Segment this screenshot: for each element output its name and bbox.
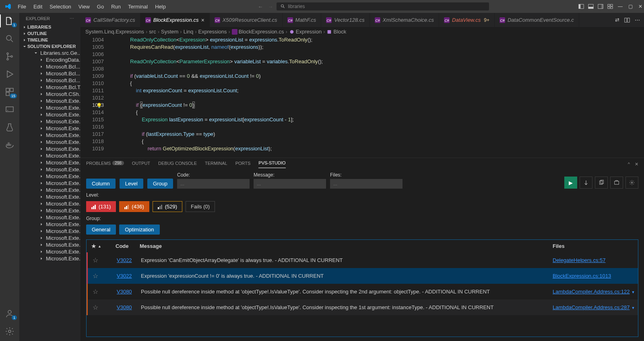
- activity-remote[interactable]: [5, 105, 14, 114]
- star-icon[interactable]: ☆: [93, 288, 98, 295]
- tree-item[interactable]: Microsoft.Bcl.T...: [19, 84, 80, 91]
- tab-CallSiteFactory.cs[interactable]: C#CallSiteFactory.cs: [80, 13, 140, 27]
- tree-item[interactable]: Microsoft.Exte...: [19, 132, 80, 139]
- tab-DataCommonEventSource.c[interactable]: C#DataCommonEventSource.c: [495, 13, 579, 27]
- close-icon[interactable]: ✕: [638, 4, 642, 9]
- tree-item[interactable]: Microsoft.Exte...: [19, 180, 80, 187]
- tab-Vector128.cs[interactable]: C#Vector128.cs: [321, 13, 369, 27]
- tab-overflow-icon[interactable]: ⇄: [615, 17, 619, 23]
- tree-item[interactable]: EncodingData....: [19, 56, 80, 63]
- activity-run[interactable]: [5, 69, 14, 79]
- section-outline[interactable]: OUTLINE: [19, 30, 80, 37]
- command-center-search[interactable]: libraries: [276, 2, 489, 11]
- filter-code-input[interactable]: [177, 179, 250, 189]
- tree-item[interactable]: Microsoft.CSh...: [19, 91, 80, 98]
- panel-tab-terminal[interactable]: TERMINAL: [205, 161, 227, 168]
- nav-arrows[interactable]: ← →: [258, 4, 273, 10]
- star-icon[interactable]: ☆: [93, 257, 98, 264]
- tab-more-icon[interactable]: ⋯: [635, 17, 640, 23]
- breadcrumb[interactable]: System.Linq.Expressions›src›System›Linq›…: [80, 27, 644, 36]
- activity-docker[interactable]: [5, 140, 14, 150]
- activity-settings[interactable]: [5, 326, 14, 336]
- result-row[interactable]: ☆V3080Possible null dereference inside m…: [87, 284, 638, 299]
- tree-item[interactable]: Microsoft.Exte...: [19, 248, 80, 255]
- file-dropdown-icon[interactable]: ▼: [632, 306, 635, 310]
- breadcrumb-item[interactable]: System: [161, 29, 178, 35]
- tree-item[interactable]: Microsoft.Exte...: [19, 207, 80, 214]
- panel-right-icon[interactable]: [598, 4, 603, 9]
- menu-help[interactable]: Help: [152, 2, 169, 11]
- activity-testing[interactable]: [5, 123, 14, 132]
- code-link[interactable]: V3022: [117, 257, 132, 263]
- tree-item[interactable]: Microsoft.Bcl....: [19, 63, 80, 70]
- tree-item[interactable]: Microsoft.Exte...: [19, 187, 80, 193]
- section-timeline[interactable]: TIMELINE: [19, 37, 80, 43]
- tab-XmlSchemaChoice.cs[interactable]: C#XmlSchemaChoice.cs: [370, 13, 439, 27]
- result-row[interactable]: ☆V3022Expression 'expressionCount != 0' …: [87, 268, 638, 284]
- star-header-icon[interactable]: ★: [91, 243, 96, 249]
- tree-root[interactable]: Libraries.src.Ge...: [19, 50, 80, 56]
- code-link[interactable]: V3080: [117, 289, 132, 295]
- tab-X509ResourceClient.cs[interactable]: C#X509ResourceClient.cs: [210, 13, 283, 27]
- tab-BlockExpression.cs[interactable]: C#BlockExpression.cs×: [140, 13, 210, 27]
- filter-message-input[interactable]: [254, 179, 326, 189]
- tree-item[interactable]: Microsoft.Exte...: [19, 139, 80, 146]
- panel-bottom-icon[interactable]: [588, 4, 594, 9]
- file-link[interactable]: BlockExpression.cs:1013: [553, 273, 611, 279]
- file-link[interactable]: LambdaCompiler.Address.cs:287: [553, 304, 630, 310]
- breadcrumb-item[interactable]: System.Linq.Expressions: [85, 29, 144, 35]
- menu-terminal[interactable]: Terminal: [125, 2, 151, 11]
- tree-item[interactable]: Microsoft.Exte...: [19, 235, 80, 241]
- code-editor[interactable]: ReadOnlyCollection<Expression> expressio…: [113, 36, 612, 158]
- tree-item[interactable]: Microsoft.Exte...: [19, 193, 80, 200]
- file-link[interactable]: LambdaCompiler.Address.cs:122: [553, 289, 630, 295]
- breadcrumb-item[interactable]: Block: [326, 29, 346, 35]
- minimize-icon[interactable]: —: [618, 4, 623, 9]
- menu-go[interactable]: Go: [94, 2, 107, 11]
- tree-item[interactable]: Microsoft.Exte...: [19, 255, 80, 262]
- panel-maximize-icon[interactable]: ^: [628, 162, 630, 167]
- tree-item[interactable]: Microsoft.Exte...: [19, 214, 80, 221]
- pvs-gear-button[interactable]: [625, 177, 638, 189]
- activity-explorer[interactable]: 1: [5, 16, 14, 26]
- tree-item[interactable]: Microsoft.Exte...: [19, 118, 80, 125]
- filter-files-input[interactable]: [330, 179, 402, 189]
- level-medium-button[interactable]: (436): [119, 201, 149, 212]
- pvs-level-button[interactable]: Level: [120, 179, 143, 189]
- breadcrumb-item[interactable]: Expression: [289, 29, 322, 35]
- panel-tab-pvs[interactable]: PVS-STUDIO: [258, 160, 285, 168]
- tree-item[interactable]: Microsoft.Exte...: [19, 173, 80, 180]
- more-icon[interactable]: ⋯: [70, 16, 74, 21]
- breadcrumb-item[interactable]: BlockExpression.cs: [232, 29, 284, 35]
- tree-item[interactable]: Microsoft.Exte...: [19, 125, 80, 132]
- panel-tab-problems[interactable]: PROBLEMS298: [86, 161, 124, 168]
- tree-item[interactable]: Microsoft.Exte...: [19, 98, 80, 104]
- level-high-button[interactable]: (131): [86, 201, 116, 212]
- result-row[interactable]: ☆V3080Possible null dereference inside m…: [87, 299, 638, 315]
- tree-item[interactable]: Microsoft.Exte...: [19, 146, 80, 152]
- tree-item[interactable]: Microsoft.Exte...: [19, 221, 80, 228]
- tab-close-icon[interactable]: ×: [201, 17, 204, 23]
- level-low-button[interactable]: (529): [153, 201, 182, 212]
- menu-edit[interactable]: Edit: [30, 2, 45, 11]
- activity-scm[interactable]: [5, 52, 14, 61]
- activity-account[interactable]: 1: [5, 309, 14, 318]
- nav-forward-icon[interactable]: →: [268, 4, 273, 10]
- code-link[interactable]: V3022: [117, 273, 132, 279]
- window-controls[interactable]: — ▢ ✕: [618, 4, 642, 9]
- menu-run[interactable]: Run: [108, 2, 124, 11]
- minimap[interactable]: [612, 36, 644, 158]
- tree-item[interactable]: Microsoft.Exte...: [19, 104, 80, 111]
- maximize-icon[interactable]: ▢: [628, 4, 633, 9]
- tree-item[interactable]: Microsoft.Bcl....: [19, 77, 80, 84]
- panel-tab-debug[interactable]: DEBUG CONSOLE: [158, 161, 197, 168]
- tree-item[interactable]: Microsoft.Exte...: [19, 228, 80, 235]
- breadcrumb-item[interactable]: Linq: [184, 29, 194, 35]
- pvs-column-button[interactable]: Column: [86, 179, 116, 189]
- layout-controls[interactable]: [578, 4, 613, 9]
- file-link[interactable]: DelegateHelpers.cs:57: [553, 257, 606, 263]
- breadcrumb-item[interactable]: src: [149, 29, 156, 35]
- layout-custom-icon[interactable]: [607, 4, 613, 9]
- group-optimization-button[interactable]: Optimization: [119, 225, 159, 235]
- panel-left-icon[interactable]: [578, 4, 584, 9]
